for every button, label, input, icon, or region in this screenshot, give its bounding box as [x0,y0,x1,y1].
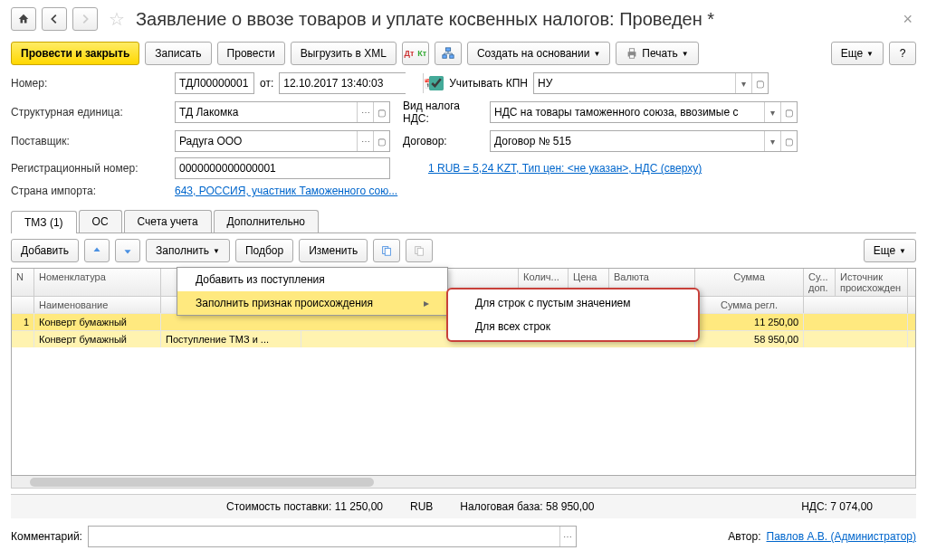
grid-more-button[interactable]: Еще ▼ [864,239,916,262]
print-button[interactable]: Печать ▼ [616,42,698,65]
rate-link[interactable]: 1 RUB = 5,24 KZT, Тип цен: <не указан>, … [428,162,702,175]
from-label: от: [260,77,273,90]
menu-fill-origin[interactable]: Заполнить признак происхождения▸ [177,291,447,315]
open-icon[interactable]: ▢ [751,73,768,93]
svg-rect-0 [445,48,450,52]
menu-add-from[interactable]: Добавить из поступления [177,268,447,291]
unit-input[interactable] [176,102,357,122]
fill-origin-submenu: Для строк с пустым значением Для всех ст… [446,288,700,342]
number-label: Номер: [11,77,169,90]
dropdown-icon[interactable]: ▾ [735,73,751,93]
country-link[interactable]: 643, РОССИЯ, участник Таможенного сою... [175,185,397,197]
post-close-button[interactable]: Провести и закрыть [11,42,139,65]
close-icon[interactable]: × [903,10,913,29]
contract-input[interactable] [491,131,764,151]
fill-dropdown-menu: Добавить из поступления Заполнить призна… [177,267,448,316]
tab-os[interactable]: ОС [79,210,122,233]
svg-rect-1 [443,55,446,59]
fill-button[interactable]: Заполнить ▼ [146,239,230,262]
edit-button[interactable]: Изменить [299,239,368,262]
country-label: Страна импорта: [11,185,169,197]
author-label: Автор: [728,530,760,543]
dt-kt-button[interactable]: ДтКт [402,42,429,65]
contract-label: Договор: [396,135,484,147]
favorite-icon[interactable]: ☆ [109,8,125,30]
kpn-label: Учитывать КПН [449,77,528,90]
tab-accounts[interactable]: Счета учета [124,210,212,233]
reg-label: Регистрационный номер: [11,162,169,175]
dropdown-icon[interactable]: ▾ [764,131,780,151]
ellipsis-icon[interactable]: ⋯ [357,102,373,122]
help-button[interactable]: ? [889,42,916,65]
create-based-button[interactable]: Создать на основании ▼ [467,42,610,65]
pick-button[interactable]: Подбор [235,239,293,262]
chevron-right-icon: ▸ [424,297,429,309]
tab-tmz[interactable]: ТМЗ (1) [11,211,77,233]
supplier-input[interactable] [176,131,357,151]
paste-button[interactable] [406,239,433,262]
ellipsis-icon[interactable]: ⋯ [357,131,373,151]
author-link[interactable]: Павлов А.В. (Администратор) [767,530,917,543]
more-button[interactable]: Еще ▼ [831,42,884,65]
structure-button[interactable] [435,42,462,65]
submenu-empty-rows[interactable]: Для строк с пустым значением [448,291,698,315]
copy-button[interactable] [373,239,400,262]
kpn-checkbox[interactable] [429,76,444,90]
home-button[interactable] [11,7,36,31]
date-input[interactable] [280,73,423,93]
move-up-button[interactable] [84,239,110,262]
unit-label: Структурная единица: [11,106,169,119]
tax-input[interactable] [491,102,764,122]
reg-input[interactable] [175,157,390,179]
svg-rect-9 [418,248,424,255]
svg-rect-5 [630,55,635,59]
svg-rect-2 [450,55,454,59]
totals-footer: Стоимость поставки: 11 250,00 RUB Налого… [11,494,916,518]
open-icon[interactable]: ▢ [373,131,389,151]
horizontal-scrollbar[interactable] [11,476,916,489]
page-title: Заявление о ввозе товаров и уплате косве… [136,9,897,30]
back-button[interactable] [42,7,67,31]
add-button[interactable]: Добавить [11,239,79,262]
comment-input[interactable] [89,527,559,546]
post-button[interactable]: Провести [217,42,285,65]
nu-input[interactable] [534,73,735,93]
move-down-button[interactable] [115,239,140,262]
supplier-label: Поставщик: [11,135,169,147]
submenu-all-rows[interactable]: Для всех строк [448,315,698,338]
open-icon[interactable]: ▢ [780,131,797,151]
tax-label: Вид налога НДС: [396,100,484,125]
svg-rect-7 [386,248,391,255]
comment-label: Комментарий: [11,530,82,543]
svg-rect-4 [630,49,635,52]
export-xml-button[interactable]: Выгрузить в XML [291,42,397,65]
save-button[interactable]: Записать [145,42,211,65]
ellipsis-icon[interactable]: ⋯ [559,527,576,546]
forward-button[interactable] [72,7,98,31]
open-icon[interactable]: ▢ [373,102,389,122]
open-icon[interactable]: ▢ [780,102,797,122]
dropdown-icon[interactable]: ▾ [764,102,780,122]
tab-additional[interactable]: Дополнительно [214,210,319,233]
number-input[interactable] [175,72,254,94]
